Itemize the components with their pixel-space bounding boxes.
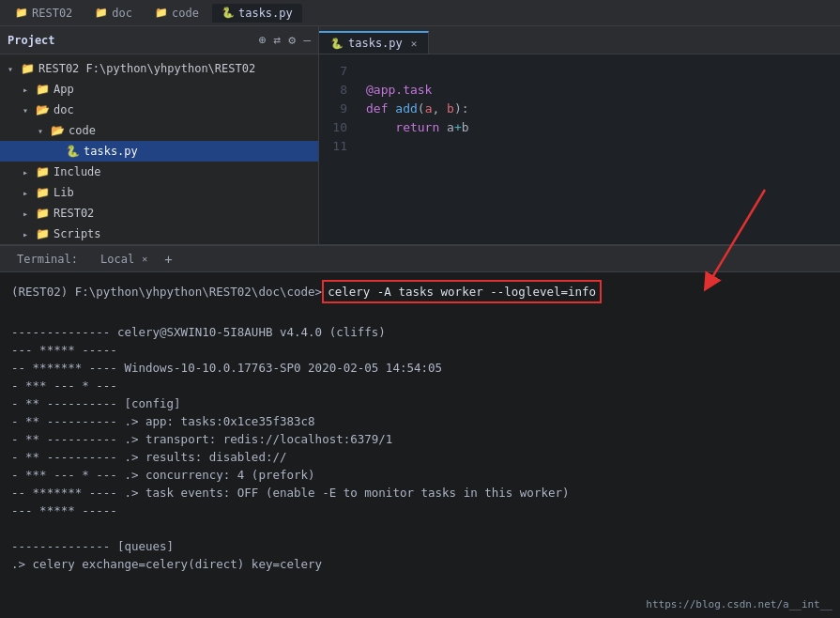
tree-arrow: ▾: [23, 105, 36, 116]
terminal-tab-label: Terminal:: [17, 253, 78, 266]
command-line: (REST02) F:\python\yhpython\REST02\doc\c…: [11, 280, 829, 303]
code-line-11: [366, 137, 831, 156]
tree-label: App: [53, 83, 74, 96]
folder-icon: 📁: [155, 7, 168, 19]
output-line: --- ***** -----: [11, 502, 829, 519]
sidebar-icons: ⊕ ⇄ ⚙ —: [259, 33, 311, 47]
editor-tab-taskspy[interactable]: 🐍 tasks.py ✕: [319, 31, 429, 54]
output-line: - *** --- * --- .> concurrency: 4 (prefo…: [11, 466, 829, 484]
tree-arrow: ▾: [38, 126, 51, 136]
title-bar: 📁 REST02 📁 doc 📁 code 🐍 tasks.py: [0, 0, 840, 26]
add-terminal-icon[interactable]: +: [164, 252, 172, 267]
minimize-icon[interactable]: —: [303, 33, 311, 47]
code-line-9: def add(a, b):: [366, 100, 831, 118]
tree-label: Scripts: [53, 227, 101, 240]
sidebar: Project ⊕ ⇄ ⚙ — ▾ 📁 REST02 F:\python\yhp…: [0, 26, 319, 270]
output-line: - ** ---------- .> app: tasks:0x1ce35f38…: [11, 412, 829, 430]
folder-icon: 📁: [21, 62, 35, 75]
code-line-8: @app.task: [366, 81, 831, 100]
tree-label: REST02: [53, 207, 94, 220]
tree-label: doc: [53, 103, 74, 116]
output-line: -------------- celery@SXWIN10-5I8AUHB v4…: [11, 323, 829, 341]
watermark: https://blog.csdn.net/a__int__: [646, 598, 832, 610]
tree-item-scripts[interactable]: ▸ 📁 Scripts: [0, 224, 318, 244]
py-icon: 🐍: [221, 7, 235, 19]
output-line: - ** ---------- .> results: disabled://: [11, 448, 829, 466]
settings-icon[interactable]: ⚙: [288, 33, 296, 47]
editor-tabs: 🐍 tasks.py ✕: [319, 26, 840, 54]
folder-open-icon: 📂: [51, 124, 65, 137]
code-line-10: return a+b: [366, 118, 831, 137]
folder-open-icon: 📂: [36, 103, 50, 116]
titlebar-tab-taskspy[interactable]: 🐍 tasks.py: [212, 4, 302, 23]
terminal-output: -------------- celery@SXWIN10-5I8AUHB v4…: [11, 305, 829, 573]
tree-label: Include: [53, 165, 101, 178]
terminal-command: celery -A tasks worker --loglevel=info: [322, 280, 602, 303]
tree-arrow: ▸: [23, 209, 36, 219]
tree-item-root[interactable]: ▾ 📁 REST02 F:\python\yhpython\REST02: [0, 58, 318, 79]
sidebar-title: Project: [8, 34, 55, 47]
tree-item-app[interactable]: ▸ 📁 App: [0, 79, 318, 100]
titlebar-tab-doc[interactable]: 📁 doc: [85, 4, 142, 23]
sidebar-header: Project ⊕ ⇄ ⚙ —: [0, 26, 318, 54]
local-tab-label: Local: [100, 253, 134, 266]
terminal-content[interactable]: (REST02) F:\python\yhpython\REST02\doc\c…: [0, 272, 840, 618]
output-line: - ** ---------- [config]: [11, 394, 829, 412]
tree-arrow: ▸: [23, 188, 36, 198]
py-file-icon: 🐍: [66, 145, 80, 158]
main-container: Project ⊕ ⇄ ⚙ — ▾ 📁 REST02 F:\python\yhp…: [0, 26, 840, 270]
titlebar-tab-code[interactable]: 📁 code: [145, 4, 208, 23]
add-icon[interactable]: ⊕: [259, 33, 267, 47]
editor-area: 🐍 tasks.py ✕ 7 8 9 10 11 @app.task def a…: [319, 26, 840, 270]
close-icon[interactable]: ✕: [142, 254, 147, 264]
output-line: -- ******* ---- .> task events: OFF (ena…: [11, 484, 829, 502]
output-line: .> celery exchange=celery(direct) key=ce…: [11, 555, 829, 573]
output-line: - ** ---------- .> transport: redis://lo…: [11, 430, 829, 448]
tree-arrow: ▸: [23, 85, 36, 95]
terminal-tab-terminal[interactable]: Terminal:: [8, 250, 87, 269]
tree-label: REST02 F:\python\yhpython\REST02: [38, 62, 255, 75]
folder-icon: 📁: [36, 83, 50, 96]
terminal-tab-local[interactable]: Local ✕: [91, 250, 157, 269]
tree-label: tasks.py: [84, 145, 138, 158]
tree-item-doc[interactable]: ▾ 📂 doc: [0, 100, 318, 120]
layout-icon[interactable]: ⇄: [274, 33, 282, 47]
folder-icon: 📁: [36, 207, 50, 220]
terminal-tabs: Terminal: Local ✕ +: [0, 246, 840, 272]
file-tree: ▾ 📁 REST02 F:\python\yhpython\REST02 ▸ 📁…: [0, 54, 318, 270]
tree-arrow: ▸: [23, 229, 36, 239]
tree-label: code: [69, 124, 96, 137]
output-line: [11, 519, 829, 537]
tree-item-code[interactable]: ▾ 📂 code: [0, 120, 318, 141]
py-icon: 🐍: [330, 38, 344, 50]
terminal-prompt: (REST02) F:\python\yhpython\REST02\doc\c…: [11, 283, 322, 301]
output-line: - *** --- * ---: [11, 377, 829, 394]
tree-arrow: ▾: [8, 64, 21, 74]
terminal-section: Terminal: Local ✕ + (REST02) F:\python\y…: [0, 244, 840, 618]
tree-item-rest02-sub[interactable]: ▸ 📁 REST02: [0, 203, 318, 224]
output-line: -------------- [queues]: [11, 537, 829, 555]
output-line: -- ******* ---- Windows-10-10.0.17763-SP…: [11, 359, 829, 377]
folder-icon: 📁: [95, 7, 108, 19]
tree-item-lib[interactable]: ▸ 📁 Lib: [0, 182, 318, 203]
code-line-7: [366, 62, 831, 81]
code-lines: @app.task def add(a, b): return a+b: [357, 54, 840, 270]
tree-arrow: ▸: [23, 167, 36, 178]
folder-icon: 📁: [36, 165, 50, 178]
titlebar-tab-rest02[interactable]: 📁 REST02: [6, 4, 82, 23]
tree-item-taskspy[interactable]: ▸ 🐍 tasks.py: [0, 141, 318, 162]
output-line: [11, 305, 829, 323]
close-icon[interactable]: ✕: [411, 38, 418, 50]
folder-icon: 📁: [36, 227, 50, 240]
editor-content: 7 8 9 10 11 @app.task def add(a, b): ret…: [319, 54, 840, 270]
folder-icon: 📁: [36, 186, 50, 199]
tree-item-include[interactable]: ▸ 📁 Include: [0, 162, 318, 182]
tree-label: Lib: [53, 186, 74, 199]
output-line: --- ***** -----: [11, 341, 829, 359]
line-numbers: 7 8 9 10 11: [319, 54, 357, 270]
folder-icon: 📁: [15, 7, 28, 19]
